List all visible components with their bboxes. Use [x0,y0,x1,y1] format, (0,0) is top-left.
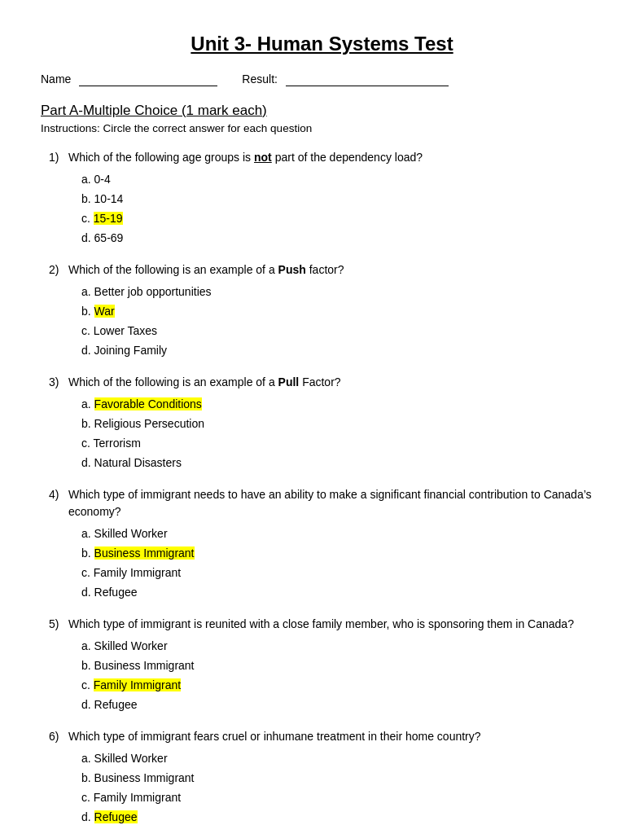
question-2-option-b: b. War [81,303,603,320]
option-text: Refugee [94,586,138,599]
option-text: Skilled Worker [94,752,168,765]
question-6-option-d: d. Refugee [81,809,603,826]
question-3-option-c: c. Terrorism [81,435,603,452]
option-letter: d. [81,810,94,823]
question-5-option-b: b. Business Immigrant [81,657,603,674]
question-6-body: Which type of immigrant fears cruel or i… [68,728,481,745]
question-6-option-c: c. Family Immigrant [81,789,603,806]
result-line [286,72,449,86]
question-1-option-b: b. 10-14 [81,191,603,208]
question-2: 2)Which of the following is an example o… [49,261,603,359]
option-letter: b. [81,417,94,430]
option-text: Business Immigrant [94,659,195,672]
option-letter: a. [81,639,94,652]
question-3-option-b: b. Religious Persecution [81,415,603,432]
question-6-options: a. Skilled Workerb. Business Immigrantc.… [49,750,603,826]
question-5-text: 5)Which type of immigrant is reunited wi… [49,616,603,633]
option-letter: c. [81,678,94,691]
question-1: 1)Which of the following age groups is n… [49,149,603,247]
instructions: Instructions: Circle the correct answer … [41,122,603,134]
question-3-body: Which of the following is an example of … [68,374,341,391]
option-text: Refugee [94,810,138,823]
option-letter: a. [81,397,94,410]
option-text: Refugee [94,698,138,711]
question-1-text: 1)Which of the following age groups is n… [49,149,603,166]
question-2-text: 2)Which of the following is an example o… [49,261,603,279]
question-5-option-c: c. Family Immigrant [81,677,603,694]
option-letter: b. [81,192,94,205]
option-letter: a. [81,173,94,186]
option-text: 10-14 [94,192,124,205]
option-letter: c. [81,566,94,579]
question-4-option-d: d. Refugee [81,584,603,601]
option-text: Religious Persecution [94,417,204,430]
question-2-number: 2) [49,261,65,279]
option-text: Skilled Worker [94,527,168,540]
option-text: Joining Family [94,344,167,357]
name-result-row: Name Result: [41,72,603,86]
option-letter: c. [81,437,94,450]
option-letter: d. [81,698,94,711]
question-2-option-a: a. Better job opportunities [81,283,603,301]
option-letter: a. [81,752,94,765]
question-4-option-c: c. Family Immigrant [81,564,603,582]
option-text: Favorable Conditions [94,397,202,410]
question-2-options: a. Better job opportunitiesb. Warc. Lowe… [49,283,603,359]
option-letter: c. [81,324,94,337]
option-text: Better job opportunities [94,285,212,298]
question-1-body: Which of the following age groups is not… [68,149,423,166]
question-1-number: 1) [49,149,65,166]
question-2-option-c: c. Lower Taxes [81,323,603,340]
option-text: Lower Taxes [94,324,157,337]
option-letter: b. [81,305,94,318]
question-2-body: Which of the following is an example of … [68,261,344,279]
question-6-option-a: a. Skilled Worker [81,750,603,767]
option-text: Skilled Worker [94,639,168,652]
result-label: Result: [242,72,278,86]
question-6: 6)Which type of immigrant fears cruel or… [49,728,603,826]
question-4-option-b: b. Business Immigrant [81,545,603,562]
option-text: Terrorism [94,437,141,450]
option-letter: a. [81,527,94,540]
option-letter: d. [81,344,94,357]
question-4-option-a: a. Skilled Worker [81,525,603,542]
question-1-option-c: c. 15-19 [81,210,603,227]
question-5-option-d: d. Refugee [81,696,603,713]
question-4-body: Which type of immigrant needs to have an… [68,486,603,520]
option-letter: d. [81,456,94,469]
option-letter: b. [81,659,94,672]
question-1-options: a. 0-4b. 10-14c. 15-19d. 65-69 [49,171,603,247]
question-4-number: 4) [49,486,65,520]
question-3-option-a: a. Favorable Conditions [81,396,603,413]
question-4-text: 4)Which type of immigrant needs to have … [49,486,603,520]
question-6-number: 6) [49,728,65,745]
question-4-options: a. Skilled Workerb. Business Immigrantc.… [49,525,603,601]
option-text: Business Immigrant [94,546,195,560]
questions-container: 1)Which of the following age groups is n… [41,149,603,834]
question-2-option-d: d. Joining Family [81,342,603,359]
question-3-number: 3) [49,374,65,391]
question-5-body: Which type of immigrant is reunited with… [68,616,574,633]
question-3-option-d: d. Natural Disasters [81,454,603,472]
question-5: 5)Which type of immigrant is reunited wi… [49,616,603,713]
page-title: Unit 3- Human Systems Test [41,33,603,55]
option-text: Family Immigrant [94,678,181,691]
option-text: 65-69 [94,231,124,244]
question-6-option-b: b. Business Immigrant [81,770,603,787]
name-label: Name [41,72,71,86]
option-text: 15-19 [94,212,123,225]
question-3: 3)Which of the following is an example o… [49,374,603,472]
question-3-text: 3)Which of the following is an example o… [49,374,603,391]
option-letter: c. [81,791,94,804]
question-5-options: a. Skilled Workerb. Business Immigrantc.… [49,638,603,713]
question-3-options: a. Favorable Conditionsb. Religious Pers… [49,396,603,472]
question-1-option-a: a. 0-4 [81,171,603,188]
option-letter: b. [81,771,94,784]
option-letter: c. [81,212,94,225]
option-text: Family Immigrant [94,566,181,579]
question-6-text: 6)Which type of immigrant fears cruel or… [49,728,603,745]
part-a-title: Part A-Multiple Choice (1 mark each) [41,103,603,119]
question-5-option-a: a. Skilled Worker [81,638,603,655]
question-5-number: 5) [49,616,65,633]
option-text: War [94,305,115,318]
